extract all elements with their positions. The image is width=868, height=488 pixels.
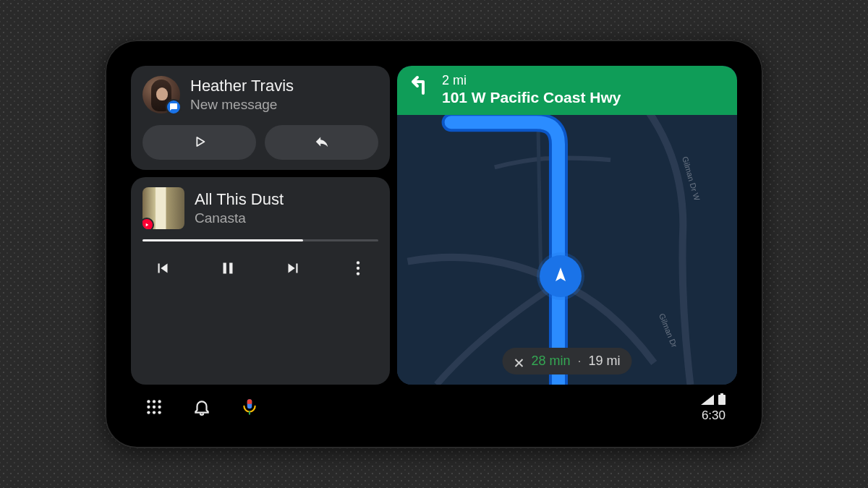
turn-left-icon: [409, 73, 432, 99]
svg-point-13: [158, 411, 161, 414]
reply-button[interactable]: [265, 125, 378, 160]
more-vert-icon: [349, 259, 367, 280]
direction-distance: 2 mi: [442, 73, 621, 88]
content-area: Heather Travis New message: [125, 60, 743, 388]
direction-text: 2 mi 101 W Pacific Coast Hwy: [442, 73, 621, 106]
system-navbar: 6:30: [125, 388, 743, 428]
svg-point-6: [153, 400, 156, 403]
svg-point-9: [153, 405, 156, 408]
reply-icon: [314, 134, 330, 152]
close-icon[interactable]: [514, 356, 524, 367]
status-icons: [701, 393, 726, 408]
notification-sender: Heather Travis: [190, 77, 294, 95]
next-track-button[interactable]: [276, 252, 310, 286]
notification-card[interactable]: Heather Travis New message: [131, 66, 390, 170]
media-card[interactable]: All This Dust Canasta: [131, 177, 390, 385]
assistant-button[interactable]: [238, 396, 261, 419]
notification-text: Heather Travis New message: [190, 77, 294, 113]
cell-signal-icon: [701, 395, 714, 408]
eta-chip[interactable]: 28 min · 19 mi: [502, 348, 631, 374]
pause-icon: [218, 259, 237, 280]
dashboard-background: Heather Travis New message: [0, 0, 868, 488]
svg-point-12: [153, 411, 156, 414]
navbar-right: 6:30: [701, 393, 726, 423]
eta-minutes: 28 min: [531, 354, 570, 369]
navigation-arrow-icon: [552, 266, 569, 286]
contact-avatar: [142, 76, 180, 114]
svg-point-11: [147, 411, 150, 414]
play-message-button[interactable]: [142, 125, 256, 160]
media-header: All This Dust Canasta: [142, 187, 378, 229]
eta-distance: 19 mi: [589, 354, 621, 369]
direction-road: 101 W Pacific Coast Hwy: [442, 89, 621, 106]
bell-icon: [192, 398, 211, 419]
skip-next-icon: [284, 259, 302, 280]
playback-progress[interactable]: [142, 239, 378, 241]
album-art: [142, 187, 184, 229]
track-title: All This Dust: [195, 190, 284, 209]
media-text: All This Dust Canasta: [195, 190, 284, 226]
clock: 6:30: [702, 408, 726, 423]
direction-banner[interactable]: 2 mi 101 W Pacific Coast Hwy: [397, 66, 737, 115]
svg-point-5: [147, 400, 150, 403]
map-panel[interactable]: Gilman Dr W Gilman Dr 2 mi 101 W Pacific…: [397, 66, 737, 385]
svg-point-0: [357, 261, 359, 264]
battery-icon: [718, 393, 726, 408]
svg-rect-14: [720, 393, 723, 395]
svg-point-2: [357, 272, 359, 275]
svg-point-7: [158, 400, 161, 403]
notification-actions: [142, 125, 378, 160]
svg-point-8: [147, 405, 150, 408]
track-artist: Canasta: [195, 210, 284, 226]
svg-rect-15: [718, 395, 726, 405]
svg-point-10: [158, 405, 161, 408]
play-icon: [192, 134, 208, 152]
pause-button[interactable]: [210, 252, 245, 286]
playback-progress-fill: [142, 239, 303, 241]
navbar-left: [142, 396, 261, 419]
eta-separator: ·: [578, 354, 582, 369]
tablet-device-frame: Heather Travis New message: [105, 40, 763, 448]
current-location-marker: [540, 255, 582, 297]
microphone-icon: [240, 398, 259, 419]
more-options-button[interactable]: [341, 252, 375, 286]
apps-grid-icon: [145, 398, 163, 419]
notification-header: Heather Travis New message: [142, 76, 378, 114]
media-controls: [142, 252, 378, 286]
app-launcher-button[interactable]: [142, 396, 166, 419]
skip-previous-icon: [153, 259, 172, 280]
notifications-button[interactable]: [190, 396, 213, 419]
left-column: Heather Travis New message: [131, 66, 390, 385]
previous-track-button[interactable]: [145, 252, 180, 286]
notification-subtitle: New message: [190, 97, 294, 113]
messages-app-badge-icon: [166, 99, 182, 115]
svg-point-1: [357, 266, 359, 269]
screen: Heather Travis New message: [125, 60, 743, 428]
